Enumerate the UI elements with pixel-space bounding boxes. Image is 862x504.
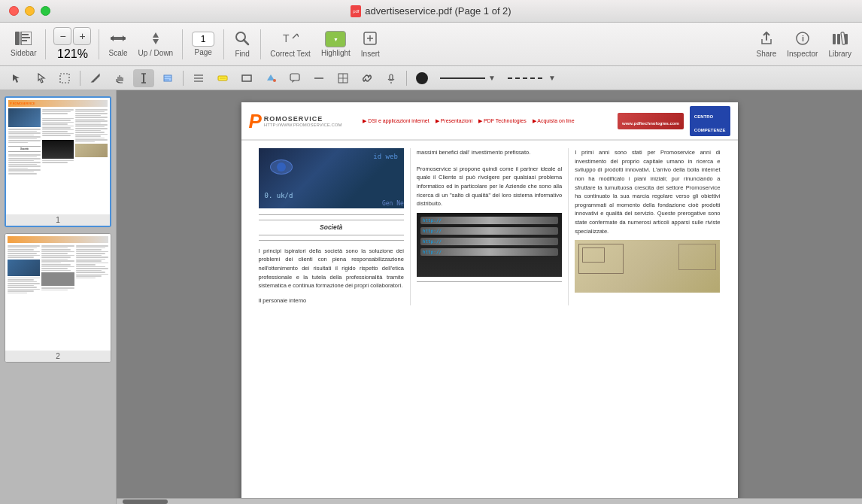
zoom-in-button[interactable]: +	[73, 27, 91, 45]
thumbnails-sidebar: P ROMOSERVICE	[0, 90, 117, 504]
scroll-thumb[interactable]	[123, 499, 168, 504]
sidebar-button[interactable]: Sidebar	[6, 29, 41, 60]
nav-item-3: ▶ PDF Technologies	[478, 118, 527, 124]
find-button[interactable]: Find	[229, 28, 256, 61]
pdf-page-header: P ROMOSERVICE HTTP://WWW.PROMOSERVICE.CO…	[241, 102, 738, 140]
library-icon	[832, 31, 848, 48]
svg-text:T: T	[283, 32, 290, 44]
pdf-body: id web 0. uk/d Gen Ne Società	[241, 141, 738, 313]
pdf-viewer[interactable]: P ROMOSERVICE HTTP://WWW.PROMOSERVICE.CO…	[117, 90, 862, 504]
http-line-1: http://	[420, 217, 558, 224]
page-label: Page	[194, 48, 211, 56]
close-button[interactable]	[9, 6, 19, 16]
correct-text-label: Correct Text	[270, 50, 311, 58]
scale-label: Scale	[108, 49, 127, 57]
header-right: www.pdftechnologies.com CENTROCOMPETENZE	[618, 106, 730, 136]
inspector-button[interactable]: i Inspector	[782, 28, 822, 61]
scale-icon	[110, 32, 126, 47]
toolbar-separator-4	[223, 29, 224, 59]
svg-rect-39	[273, 79, 276, 82]
http-line-2: http://	[420, 227, 558, 235]
toolbar-separator-5	[260, 29, 261, 59]
col1-top-rule	[259, 214, 404, 215]
svg-rect-4	[22, 40, 27, 41]
thumbnail-2-image	[5, 234, 111, 351]
title-bar: pdf advertiseservice.pdf (Page 1 of 2)	[0, 0, 862, 23]
highlight-tool-button[interactable]	[212, 69, 233, 87]
table-cell-button[interactable]	[332, 69, 354, 87]
svg-rect-26	[60, 74, 69, 83]
correct-text-button[interactable]: T Correct Text	[266, 28, 315, 61]
cursor-tool-button[interactable]	[6, 69, 27, 87]
svg-line-14	[297, 34, 299, 37]
svg-rect-30	[164, 75, 171, 81]
svg-marker-8	[153, 32, 159, 38]
thumbnail-page-2[interactable]: 2	[5, 233, 111, 363]
highlight-label: Highlight	[321, 49, 351, 57]
nav-item-4: ▶ Acquista on line	[533, 118, 575, 124]
svg-marker-9	[153, 39, 159, 44]
pen-tool-button[interactable]	[85, 69, 106, 87]
svg-rect-0	[15, 32, 20, 45]
toolbar-right: Share i Inspector Library	[752, 28, 856, 61]
fill-tool-button[interactable]	[260, 69, 281, 87]
logo-url: HTTP://WWW.PROMOSERVICE.COM	[264, 123, 342, 127]
circle-dot-button[interactable]	[411, 69, 433, 87]
updown-button[interactable]: Up / Down	[133, 29, 178, 60]
text-select-button[interactable]	[157, 69, 178, 87]
logo-romoservice: ROMOSERVICE	[264, 115, 342, 123]
http-line-3: http://	[420, 238, 558, 245]
text-cursor-button[interactable]	[133, 69, 154, 87]
pdf-col-1: id web 0. uk/d Gen Ne Società	[253, 148, 411, 305]
page-input[interactable]	[192, 32, 214, 47]
annotation-sep-3	[406, 71, 407, 86]
page-control: Page	[187, 29, 219, 59]
horizontal-scrollbar[interactable]	[117, 498, 862, 504]
svg-marker-7	[123, 35, 126, 41]
chat-bubble-button[interactable]	[284, 69, 305, 87]
hand-tool-button[interactable]	[109, 69, 130, 87]
col1-section-title: Società	[259, 220, 404, 235]
library-button[interactable]: Library	[824, 28, 856, 61]
link-button[interactable]	[357, 69, 378, 87]
svg-rect-20	[833, 34, 836, 44]
thumbnail-page-1[interactable]: P ROMOSERVICE	[5, 96, 111, 227]
line-style-button[interactable]: ▼	[436, 74, 500, 82]
toolbar-separator-3	[182, 29, 183, 59]
maximize-button[interactable]	[41, 6, 50, 16]
col2-body-text2: Promoservice si propone quindi come il p…	[417, 165, 562, 208]
zoom-controls: − + 121%	[53, 27, 91, 61]
rectangle-tool-button[interactable]	[236, 69, 257, 87]
highlight-button[interactable]: ▼ Highlight	[317, 28, 355, 60]
pdf-col-2: massimi benefici dall' investimento pref…	[411, 148, 569, 305]
minimize-button[interactable]	[25, 6, 35, 16]
zoom-group: − + 121%	[50, 27, 94, 61]
share-icon	[759, 31, 774, 48]
audio-button[interactable]	[381, 69, 402, 87]
bar-tool-button[interactable]	[308, 69, 329, 87]
dash-style-button[interactable]: ▼	[503, 74, 560, 82]
main-content: P ROMOSERVICE	[0, 90, 862, 504]
svg-rect-3	[22, 37, 30, 38]
col2-body-text1: massimi benefici dall' investimento pref…	[417, 148, 562, 157]
main-toolbar: Sidebar − + 121% Scale Up / Down	[0, 23, 862, 66]
svg-marker-24	[13, 74, 20, 83]
scale-button[interactable]: Scale	[104, 29, 132, 60]
zoom-out-button[interactable]: −	[53, 27, 71, 45]
insert-button[interactable]: Insert	[357, 28, 384, 61]
http-lines: http:// http:// http:// http://	[417, 213, 562, 263]
col1-body-text: I principi ispiratori della società sono…	[259, 247, 404, 290]
pointer-tool-button[interactable]	[30, 69, 51, 87]
svg-line-11	[244, 40, 248, 44]
share-button[interactable]: Share	[752, 28, 782, 61]
svg-text:i: i	[802, 34, 804, 43]
library-label: Library	[828, 50, 851, 58]
inspector-icon: i	[795, 31, 810, 48]
search-icon	[235, 31, 250, 48]
list-tool-button[interactable]	[188, 69, 209, 87]
pdf-file-icon: pdf	[351, 5, 361, 17]
find-label: Find	[235, 50, 249, 58]
highlight-color[interactable]: ▼	[325, 31, 346, 47]
select-tool-button[interactable]	[54, 69, 75, 87]
zoom-label: 121%	[57, 47, 88, 61]
